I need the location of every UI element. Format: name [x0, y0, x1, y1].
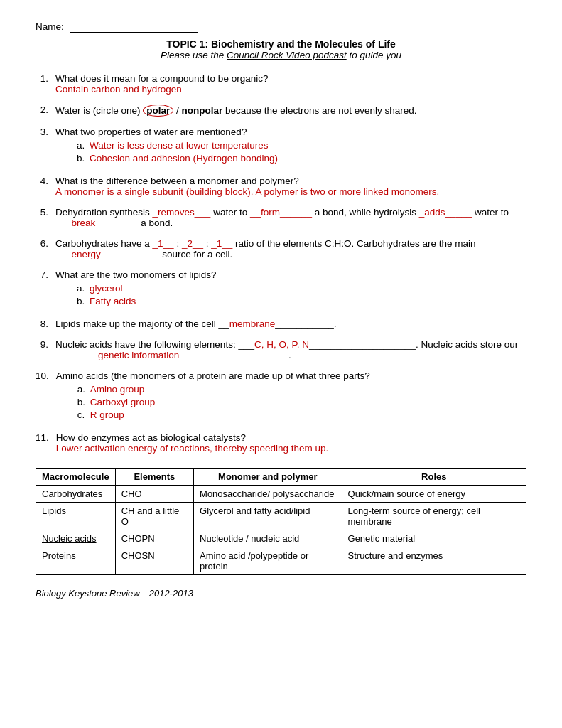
proteins-roles: Structure and enzymes: [342, 547, 526, 575]
title-sub-before: Please use the: [161, 50, 227, 60]
q3-content: What two properties of water are mention…: [55, 127, 526, 166]
q4-content: What is the difference between a monomer…: [55, 176, 526, 197]
carbs-elements: CHO: [115, 486, 193, 503]
q1-text: What does it mean for a compound to be o…: [55, 73, 526, 84]
q7-sublist: a.glycerol b.Fatty acids: [77, 283, 526, 306]
question-11: 11. How do enzymes act as biological cat…: [36, 432, 526, 454]
question-8: 8. Lipids make up the majority of the ce…: [36, 318, 526, 329]
q7-a: a.glycerol: [77, 283, 526, 294]
nucleic-elements: CHOPN: [115, 530, 193, 547]
q9-t3: ______ ______________.: [179, 350, 291, 360]
question-3: 3. What two properties of water are ment…: [36, 127, 526, 166]
question-5: 5. Dehydration synthesis _removes___ wat…: [36, 207, 526, 228]
question-7: 7. What are the two monomers of lipids? …: [36, 269, 526, 309]
question-9: 9. Nucleic acids have the following elem…: [36, 339, 526, 360]
q6-r1: _1__: [153, 238, 174, 249]
q6-t3: :: [203, 238, 211, 249]
q5-t3: a bond, while hydrolysis: [312, 207, 419, 218]
q10-text: Amino acids (the monomers of a protein a…: [56, 370, 526, 381]
title-sub-after: to guide you: [347, 50, 401, 60]
macromolecule-table: Macromolecule Elements Monomer and polym…: [36, 468, 526, 575]
q7-a-answer: glycerol: [90, 283, 123, 294]
proteins-macro: Proteins: [36, 547, 116, 575]
title-sub: Please use the Council Rock Video podcas…: [36, 50, 526, 60]
q2-content: Water is (circle one) polar / nonpolar b…: [55, 105, 526, 117]
q7-num: 7.: [36, 269, 51, 280]
q10-sublist: a.Amino group b.Carboxyl group c.R group: [77, 384, 526, 420]
q7-text: What are the two monomers of lipids?: [55, 269, 526, 280]
q8-t2: ___________.: [275, 318, 336, 329]
q3-b: b.Cohesion and adhesion (Hydrogen bondin…: [77, 153, 526, 164]
col-header-monomer: Monomer and polymer: [194, 469, 342, 486]
q1-answer: Contain carbon and hydrogen: [55, 84, 526, 95]
col-header-roles: Roles: [342, 469, 526, 486]
table-row-lipids: Lipids CH and a little O Glycerol and fa…: [36, 503, 526, 530]
q6-content: Carbohydrates have a _1__ : _2__ : _1__ …: [55, 238, 526, 259]
q3-num: 3.: [36, 127, 51, 137]
table-row-nucleic: Nucleic acids CHOPN Nucleotide / nucleic…: [36, 530, 526, 547]
question-10: 10. Amino acids (the monomers of a prote…: [36, 370, 526, 422]
q2-slash: /: [173, 105, 181, 116]
table-row-carbs: Carbohydrates CHO Monosaccharide/ polysa…: [36, 486, 526, 503]
question-4: 4. What is the difference between a mono…: [36, 176, 526, 197]
q10-num: 10.: [36, 370, 52, 381]
q6-t5: ___________ source for a cell.: [101, 249, 232, 259]
q9-r1: C, H, O, P, N: [254, 339, 309, 350]
table-row-proteins: Proteins CHOSN Amino acid /polypeptide o…: [36, 547, 526, 575]
title-block: TOPIC 1: Biochemistry and the Molecules …: [36, 38, 526, 60]
name-underline: [70, 21, 198, 33]
q9-content: Nucleic acids have the following element…: [55, 339, 526, 360]
proteins-elements: CHOSN: [115, 547, 193, 575]
q3-a-answer: Water is less dense at lower temperature…: [90, 140, 269, 151]
q10-b: b.Carboxyl group: [77, 397, 526, 407]
q10-content: Amino acids (the monomers of a protein a…: [56, 370, 526, 422]
q10-c: c.R group: [77, 410, 526, 420]
q3-sublist: a.Water is less dense at lower temperatu…: [77, 140, 526, 164]
q3-a: a.Water is less dense at lower temperatu…: [77, 140, 526, 151]
q1-content: What does it mean for a compound to be o…: [55, 73, 526, 95]
q6-num: 6.: [36, 238, 51, 249]
q5-t5: a bond.: [138, 218, 173, 228]
q11-num: 11.: [36, 432, 52, 443]
q6-r4: energy: [72, 249, 101, 259]
q6-r2: _2__: [182, 238, 203, 249]
nucleic-roles: Genetic material: [342, 530, 526, 547]
title-main: TOPIC 1: Biochemistry and the Molecules …: [36, 38, 526, 50]
q5-t1: Dehydration synthesis: [55, 207, 153, 218]
carbs-monomer: Monosaccharide/ polysaccharide: [194, 486, 342, 503]
q5-content: Dehydration synthesis _removes___ water …: [55, 207, 526, 228]
nonpolar-text: nonpolar: [182, 105, 223, 116]
q2-num: 2.: [36, 105, 51, 115]
q11-answer: Lower activation energy of reactions, th…: [56, 443, 526, 454]
q4-answer: A monomer is a single subunit (building …: [55, 186, 526, 197]
q7-b-answer: Fatty acids: [90, 296, 136, 306]
q5-num: 5.: [36, 207, 51, 218]
q8-content: Lipids make up the majority of the cell …: [55, 318, 526, 329]
q3-text: What two properties of water are mention…: [55, 127, 526, 137]
q4-text: What is the difference between a monomer…: [55, 176, 526, 186]
nucleic-macro: Nucleic acids: [36, 530, 116, 547]
q2-text-after: because the electrons are not evenly sha…: [222, 105, 416, 116]
footer: Biology Keystone Review—2012-2013: [36, 588, 526, 599]
questions-section: 1. What does it mean for a compound to b…: [36, 73, 526, 454]
q6-t2: :: [174, 238, 182, 249]
q3-b-answer: Cohesion and adhesion (Hydrogen bonding): [90, 153, 278, 164]
q7-b: b.Fatty acids: [77, 296, 526, 306]
q11-content: How do enzymes act as biological catalys…: [56, 432, 526, 454]
lipids-macro: Lipids: [36, 503, 116, 530]
question-6: 6. Carbohydrates have a _1__ : _2__ : _1…: [36, 238, 526, 259]
lipids-elements: CH and a little O: [115, 503, 193, 530]
q10-a: a.Amino group: [77, 384, 526, 395]
q4-num: 4.: [36, 176, 51, 186]
name-label: Name:: [36, 21, 64, 32]
lipids-roles: Long-term source of energy; cell membran…: [342, 503, 526, 530]
q5-r4: break________: [72, 218, 139, 228]
q6-r3: _1__: [211, 238, 232, 249]
q10-b-answer: Carboxyl group: [90, 397, 156, 407]
q9-num: 9.: [36, 339, 51, 350]
lipids-monomer: Glycerol and fatty acid/lipid: [194, 503, 342, 530]
proteins-monomer: Amino acid /polypeptide or protein: [194, 547, 342, 575]
q5-r1: _removes___: [153, 207, 211, 218]
name-line: Name:: [36, 21, 526, 33]
polar-circled: polar: [143, 105, 173, 117]
